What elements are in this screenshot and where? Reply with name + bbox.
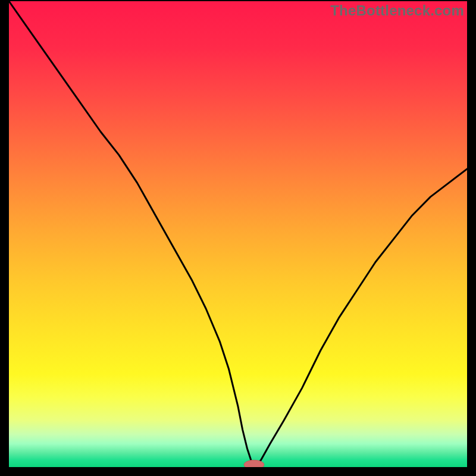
chart-frame <box>9 1 467 467</box>
bottleneck-chart <box>9 1 467 467</box>
optimal-marker <box>244 460 264 467</box>
watermark-text: TheBottleneck.com <box>330 2 464 19</box>
